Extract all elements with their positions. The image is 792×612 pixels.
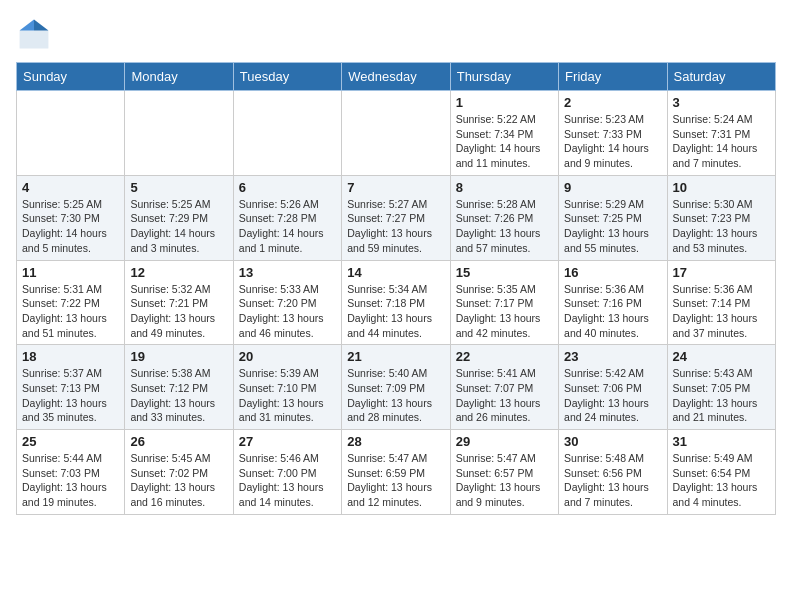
calendar-cell: 7Sunrise: 5:27 AM Sunset: 7:27 PM Daylig…	[342, 175, 450, 260]
calendar-cell: 21Sunrise: 5:40 AM Sunset: 7:09 PM Dayli…	[342, 345, 450, 430]
day-number: 14	[347, 265, 444, 280]
calendar-cell: 14Sunrise: 5:34 AM Sunset: 7:18 PM Dayli…	[342, 260, 450, 345]
day-header-sunday: Sunday	[17, 63, 125, 91]
day-number: 19	[130, 349, 227, 364]
day-header-thursday: Thursday	[450, 63, 558, 91]
day-number: 2	[564, 95, 661, 110]
day-number: 27	[239, 434, 336, 449]
day-header-saturday: Saturday	[667, 63, 775, 91]
calendar-cell: 24Sunrise: 5:43 AM Sunset: 7:05 PM Dayli…	[667, 345, 775, 430]
calendar-week-row: 25Sunrise: 5:44 AM Sunset: 7:03 PM Dayli…	[17, 430, 776, 515]
day-info: Sunrise: 5:47 AM Sunset: 6:59 PM Dayligh…	[347, 451, 444, 510]
calendar-header-row: SundayMondayTuesdayWednesdayThursdayFrid…	[17, 63, 776, 91]
day-number: 15	[456, 265, 553, 280]
day-number: 30	[564, 434, 661, 449]
day-number: 10	[673, 180, 770, 195]
calendar-cell: 29Sunrise: 5:47 AM Sunset: 6:57 PM Dayli…	[450, 430, 558, 515]
day-info: Sunrise: 5:43 AM Sunset: 7:05 PM Dayligh…	[673, 366, 770, 425]
calendar-cell: 11Sunrise: 5:31 AM Sunset: 7:22 PM Dayli…	[17, 260, 125, 345]
calendar-cell: 25Sunrise: 5:44 AM Sunset: 7:03 PM Dayli…	[17, 430, 125, 515]
svg-marker-2	[20, 20, 34, 31]
day-number: 8	[456, 180, 553, 195]
calendar-cell: 8Sunrise: 5:28 AM Sunset: 7:26 PM Daylig…	[450, 175, 558, 260]
calendar-table: SundayMondayTuesdayWednesdayThursdayFrid…	[16, 62, 776, 515]
day-info: Sunrise: 5:47 AM Sunset: 6:57 PM Dayligh…	[456, 451, 553, 510]
day-info: Sunrise: 5:34 AM Sunset: 7:18 PM Dayligh…	[347, 282, 444, 341]
calendar-cell	[233, 91, 341, 176]
calendar-week-row: 18Sunrise: 5:37 AM Sunset: 7:13 PM Dayli…	[17, 345, 776, 430]
calendar-cell: 30Sunrise: 5:48 AM Sunset: 6:56 PM Dayli…	[559, 430, 667, 515]
calendar-cell: 9Sunrise: 5:29 AM Sunset: 7:25 PM Daylig…	[559, 175, 667, 260]
calendar-cell: 13Sunrise: 5:33 AM Sunset: 7:20 PM Dayli…	[233, 260, 341, 345]
day-info: Sunrise: 5:25 AM Sunset: 7:30 PM Dayligh…	[22, 197, 119, 256]
day-number: 22	[456, 349, 553, 364]
day-number: 9	[564, 180, 661, 195]
calendar-cell	[17, 91, 125, 176]
calendar-week-row: 1Sunrise: 5:22 AM Sunset: 7:34 PM Daylig…	[17, 91, 776, 176]
logo-icon	[16, 16, 52, 52]
day-header-tuesday: Tuesday	[233, 63, 341, 91]
day-info: Sunrise: 5:27 AM Sunset: 7:27 PM Dayligh…	[347, 197, 444, 256]
day-number: 21	[347, 349, 444, 364]
calendar-cell: 4Sunrise: 5:25 AM Sunset: 7:30 PM Daylig…	[17, 175, 125, 260]
calendar-cell: 12Sunrise: 5:32 AM Sunset: 7:21 PM Dayli…	[125, 260, 233, 345]
day-number: 3	[673, 95, 770, 110]
day-info: Sunrise: 5:45 AM Sunset: 7:02 PM Dayligh…	[130, 451, 227, 510]
logo	[16, 16, 56, 52]
day-info: Sunrise: 5:41 AM Sunset: 7:07 PM Dayligh…	[456, 366, 553, 425]
day-number: 29	[456, 434, 553, 449]
calendar-cell: 28Sunrise: 5:47 AM Sunset: 6:59 PM Dayli…	[342, 430, 450, 515]
day-number: 25	[22, 434, 119, 449]
day-number: 24	[673, 349, 770, 364]
calendar-cell: 17Sunrise: 5:36 AM Sunset: 7:14 PM Dayli…	[667, 260, 775, 345]
day-info: Sunrise: 5:39 AM Sunset: 7:10 PM Dayligh…	[239, 366, 336, 425]
day-info: Sunrise: 5:29 AM Sunset: 7:25 PM Dayligh…	[564, 197, 661, 256]
day-number: 5	[130, 180, 227, 195]
calendar-week-row: 11Sunrise: 5:31 AM Sunset: 7:22 PM Dayli…	[17, 260, 776, 345]
day-number: 6	[239, 180, 336, 195]
day-header-friday: Friday	[559, 63, 667, 91]
calendar-cell: 10Sunrise: 5:30 AM Sunset: 7:23 PM Dayli…	[667, 175, 775, 260]
calendar-cell: 5Sunrise: 5:25 AM Sunset: 7:29 PM Daylig…	[125, 175, 233, 260]
calendar-cell: 18Sunrise: 5:37 AM Sunset: 7:13 PM Dayli…	[17, 345, 125, 430]
calendar-cell	[342, 91, 450, 176]
day-info: Sunrise: 5:46 AM Sunset: 7:00 PM Dayligh…	[239, 451, 336, 510]
day-header-monday: Monday	[125, 63, 233, 91]
day-info: Sunrise: 5:35 AM Sunset: 7:17 PM Dayligh…	[456, 282, 553, 341]
day-info: Sunrise: 5:49 AM Sunset: 6:54 PM Dayligh…	[673, 451, 770, 510]
day-info: Sunrise: 5:40 AM Sunset: 7:09 PM Dayligh…	[347, 366, 444, 425]
day-info: Sunrise: 5:30 AM Sunset: 7:23 PM Dayligh…	[673, 197, 770, 256]
calendar-cell: 22Sunrise: 5:41 AM Sunset: 7:07 PM Dayli…	[450, 345, 558, 430]
day-number: 28	[347, 434, 444, 449]
calendar-cell: 3Sunrise: 5:24 AM Sunset: 7:31 PM Daylig…	[667, 91, 775, 176]
day-info: Sunrise: 5:48 AM Sunset: 6:56 PM Dayligh…	[564, 451, 661, 510]
day-info: Sunrise: 5:28 AM Sunset: 7:26 PM Dayligh…	[456, 197, 553, 256]
day-info: Sunrise: 5:24 AM Sunset: 7:31 PM Dayligh…	[673, 112, 770, 171]
day-number: 20	[239, 349, 336, 364]
day-info: Sunrise: 5:37 AM Sunset: 7:13 PM Dayligh…	[22, 366, 119, 425]
svg-marker-1	[34, 20, 48, 31]
day-number: 1	[456, 95, 553, 110]
day-number: 23	[564, 349, 661, 364]
day-number: 13	[239, 265, 336, 280]
calendar-cell: 16Sunrise: 5:36 AM Sunset: 7:16 PM Dayli…	[559, 260, 667, 345]
day-info: Sunrise: 5:36 AM Sunset: 7:14 PM Dayligh…	[673, 282, 770, 341]
calendar-cell: 1Sunrise: 5:22 AM Sunset: 7:34 PM Daylig…	[450, 91, 558, 176]
calendar-cell: 2Sunrise: 5:23 AM Sunset: 7:33 PM Daylig…	[559, 91, 667, 176]
day-number: 31	[673, 434, 770, 449]
calendar-cell: 23Sunrise: 5:42 AM Sunset: 7:06 PM Dayli…	[559, 345, 667, 430]
calendar-cell: 26Sunrise: 5:45 AM Sunset: 7:02 PM Dayli…	[125, 430, 233, 515]
day-info: Sunrise: 5:26 AM Sunset: 7:28 PM Dayligh…	[239, 197, 336, 256]
calendar-cell: 27Sunrise: 5:46 AM Sunset: 7:00 PM Dayli…	[233, 430, 341, 515]
day-number: 7	[347, 180, 444, 195]
day-info: Sunrise: 5:36 AM Sunset: 7:16 PM Dayligh…	[564, 282, 661, 341]
calendar-cell: 31Sunrise: 5:49 AM Sunset: 6:54 PM Dayli…	[667, 430, 775, 515]
day-info: Sunrise: 5:23 AM Sunset: 7:33 PM Dayligh…	[564, 112, 661, 171]
day-info: Sunrise: 5:33 AM Sunset: 7:20 PM Dayligh…	[239, 282, 336, 341]
calendar-cell: 19Sunrise: 5:38 AM Sunset: 7:12 PM Dayli…	[125, 345, 233, 430]
day-info: Sunrise: 5:42 AM Sunset: 7:06 PM Dayligh…	[564, 366, 661, 425]
calendar-cell: 6Sunrise: 5:26 AM Sunset: 7:28 PM Daylig…	[233, 175, 341, 260]
day-number: 26	[130, 434, 227, 449]
day-info: Sunrise: 5:22 AM Sunset: 7:34 PM Dayligh…	[456, 112, 553, 171]
day-number: 12	[130, 265, 227, 280]
